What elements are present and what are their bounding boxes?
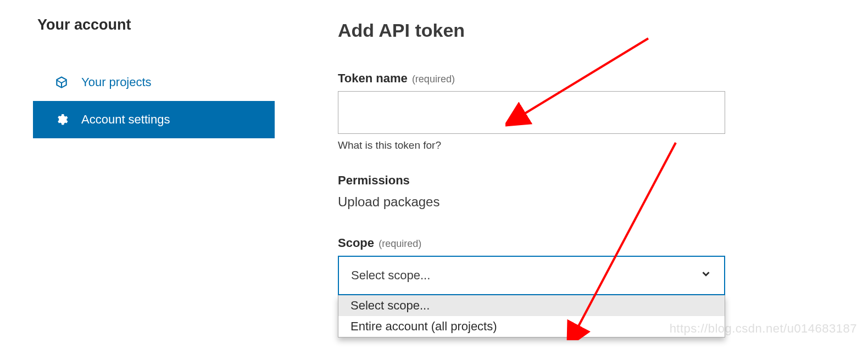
cube-icon: [54, 75, 69, 90]
token-name-label: Token name (required): [338, 71, 725, 86]
gear-icon: [54, 112, 69, 127]
scope-dropdown: Select scope... Entire account (all proj…: [338, 295, 725, 337]
main-content: Add API token Token name (required) What…: [308, 16, 725, 295]
sidebar-title: Your account: [33, 16, 275, 33]
sidebar: Your account Your projects Account setti…: [33, 16, 308, 295]
sidebar-item-your-projects[interactable]: Your projects: [33, 64, 275, 101]
token-name-help: What is this token for?: [338, 139, 725, 151]
sidebar-item-label: Account settings: [81, 112, 170, 127]
scope-option-entire-account[interactable]: Entire account (all projects): [338, 316, 725, 337]
chevron-down-icon: [700, 268, 712, 283]
scope-select-wrapper: Select scope... Select scope... Entire a…: [338, 256, 725, 295]
scope-option-placeholder[interactable]: Select scope...: [338, 295, 725, 316]
sidebar-item-account-settings[interactable]: Account settings: [33, 101, 275, 138]
permissions-label: Permissions: [338, 173, 725, 188]
sidebar-item-label: Your projects: [81, 75, 152, 89]
page-title: Add API token: [338, 20, 725, 41]
watermark-text: https://blog.csdn.net/u014683187: [670, 322, 857, 336]
scope-label: Scope (required): [338, 236, 725, 250]
scope-select[interactable]: Select scope...: [338, 256, 725, 295]
token-name-input[interactable]: [338, 91, 725, 134]
scope-selected-value: Select scope...: [351, 268, 430, 283]
permissions-value: Upload packages: [338, 194, 725, 210]
